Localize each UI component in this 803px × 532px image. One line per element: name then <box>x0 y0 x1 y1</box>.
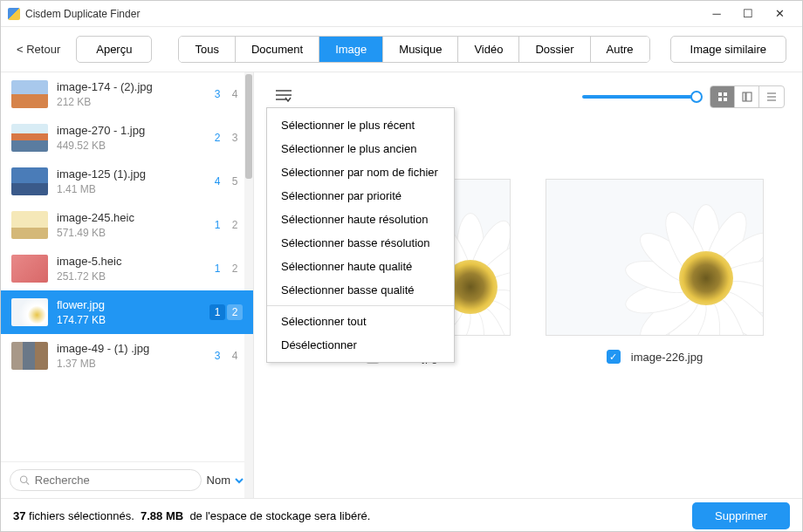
file-name: image-270 - 1.jpg <box>57 124 209 137</box>
thumbnail <box>11 255 48 283</box>
sidebar: image-174 - (2).jpg 212 KB 3 4 image-270… <box>1 72 254 498</box>
file-size: 449.52 KB <box>57 140 209 152</box>
list-item[interactable]: image-245.heic 571.49 KB 1 2 <box>1 203 253 247</box>
titlebar: Cisdem Duplicate Finder ─ ☐ ✕ <box>1 1 802 27</box>
item-meta: image-49 - (1) .jpg 1.37 MB <box>57 342 209 370</box>
count-selected: 1 <box>209 261 225 276</box>
search-bar: Nom <box>1 461 253 498</box>
list-item[interactable]: image-125 (1).jpg 1.41 MB 4 5 <box>1 160 253 203</box>
slider-knob[interactable] <box>690 91 703 103</box>
counts: 3 4 <box>209 86 243 102</box>
tab-document[interactable]: Document <box>236 37 319 62</box>
counts: 1 2 <box>209 261 243 276</box>
view-columns-button[interactable] <box>735 86 759 107</box>
svg-point-0 <box>20 476 26 482</box>
list-item[interactable]: image-270 - 1.jpg 449.52 KB 2 3 <box>1 116 253 160</box>
item-meta: flower.jpg 174.77 KB <box>57 298 209 326</box>
count-selected: 3 <box>209 348 225 364</box>
count-total: 4 <box>227 86 243 102</box>
menu-item[interactable]: Sélectionner basse qualité <box>267 278 454 302</box>
tab-vidéo[interactable]: Vidéo <box>458 37 519 62</box>
back-button[interactable]: < Retour <box>17 43 60 56</box>
count-selected: 3 <box>209 86 225 102</box>
preview-button[interactable]: Aperçu <box>76 36 152 63</box>
view-grid-button[interactable] <box>710 86 735 107</box>
menu-separator <box>267 305 454 306</box>
view-list-button[interactable] <box>759 86 784 107</box>
preview-label: image-226.jpg <box>631 351 703 364</box>
item-meta: image-245.heic 571.49 KB <box>57 211 209 239</box>
search-box[interactable] <box>10 469 202 491</box>
thumbnail <box>11 298 48 326</box>
list-item[interactable]: image-5.heic 251.72 KB 1 2 <box>1 247 253 290</box>
menu-item[interactable]: Désélectionner <box>267 333 454 357</box>
menu-item[interactable]: Sélectionner par priorité <box>267 184 454 208</box>
counts: 3 4 <box>209 348 243 364</box>
preview-image[interactable] <box>546 179 764 336</box>
filter-menu-button[interactable] <box>271 85 296 109</box>
counts: 1 2 <box>209 217 243 233</box>
status-sp1 <box>134 509 141 522</box>
item-meta: image-174 - (2).jpg 212 KB <box>57 80 209 108</box>
status-label2: de l'espace de stockage sera libéré. <box>189 509 370 522</box>
count-total: 2 <box>227 217 243 233</box>
minimize-button[interactable]: ─ <box>701 2 732 26</box>
preview-item: ✓ image-226.jpg <box>546 179 764 364</box>
columns-icon <box>742 92 752 102</box>
svg-rect-6 <box>724 92 727 96</box>
close-button[interactable]: ✕ <box>764 2 795 26</box>
tab-tous[interactable]: Tous <box>179 37 235 62</box>
counts: 1 2 <box>209 304 243 320</box>
item-meta: image-5.heic 251.72 KB <box>57 255 209 283</box>
sort-select[interactable]: Nom <box>207 474 244 487</box>
delete-button[interactable]: Supprimer <box>692 502 790 529</box>
tab-dossier[interactable]: Dossier <box>519 37 590 62</box>
file-size: 1.37 MB <box>57 358 209 370</box>
menu-item[interactable]: Sélectionner le plus ancien <box>267 137 454 160</box>
svg-rect-10 <box>746 92 752 101</box>
list-icon <box>766 92 777 102</box>
file-name: image-5.heic <box>57 255 209 268</box>
file-size: 212 KB <box>57 96 209 108</box>
similar-image-button[interactable]: Image similaire <box>670 36 786 63</box>
count-selected: 1 <box>209 304 225 320</box>
menu-item[interactable]: Sélectionner haute qualité <box>267 255 454 278</box>
menu-item[interactable]: Sélectionner tout <box>267 310 454 333</box>
counts: 4 5 <box>209 174 243 189</box>
toolbar: < Retour Aperçu TousDocumentImageMusique… <box>1 27 802 72</box>
status-sp2 <box>183 509 189 522</box>
selection-dropdown: Sélectionner le plus récentSélectionner … <box>266 107 455 363</box>
file-name: image-125 (1).jpg <box>57 167 209 181</box>
svg-rect-7 <box>718 98 722 101</box>
count-total: 2 <box>227 304 243 320</box>
menu-item[interactable]: Sélectionner basse résolution <box>267 231 454 255</box>
thumbnail <box>11 211 48 239</box>
zoom-slider[interactable] <box>582 95 696 99</box>
maximize-button[interactable]: ☐ <box>732 2 764 26</box>
tab-image[interactable]: Image <box>319 37 383 62</box>
svg-rect-8 <box>724 98 727 101</box>
filter-icon <box>275 88 292 102</box>
search-input[interactable] <box>35 474 192 487</box>
item-meta: image-270 - 1.jpg 449.52 KB <box>57 124 209 152</box>
menu-item[interactable]: Sélectionner le plus récent <box>267 113 454 137</box>
file-name: image-49 - (1) .jpg <box>57 342 209 355</box>
menu-item[interactable]: Sélectionner par nom de fichier <box>267 160 454 184</box>
item-meta: image-125 (1).jpg 1.41 MB <box>57 167 209 195</box>
list-item[interactable]: image-49 - (1) .jpg 1.37 MB 3 4 <box>1 334 253 378</box>
thumbnail <box>11 80 48 108</box>
tab-musique[interactable]: Musique <box>383 37 458 62</box>
category-tabs: TousDocumentImageMusiqueVidéoDossierAutr… <box>178 36 649 63</box>
list-item[interactable]: flower.jpg 174.77 KB 1 2 <box>1 290 253 334</box>
grid-icon <box>717 92 728 102</box>
preview-meta: ✓ image-226.jpg <box>607 350 703 364</box>
chevron-down-icon <box>234 475 244 486</box>
thumbnail <box>11 124 48 152</box>
count-total: 2 <box>227 261 243 276</box>
file-size: 571.49 KB <box>57 227 209 239</box>
menu-item[interactable]: Sélectionner haute résolution <box>267 208 454 231</box>
svg-rect-9 <box>743 92 745 101</box>
tab-autre[interactable]: Autre <box>591 37 649 62</box>
list-item[interactable]: image-174 - (2).jpg 212 KB 3 4 <box>1 72 253 116</box>
preview-checkbox[interactable]: ✓ <box>607 350 621 364</box>
